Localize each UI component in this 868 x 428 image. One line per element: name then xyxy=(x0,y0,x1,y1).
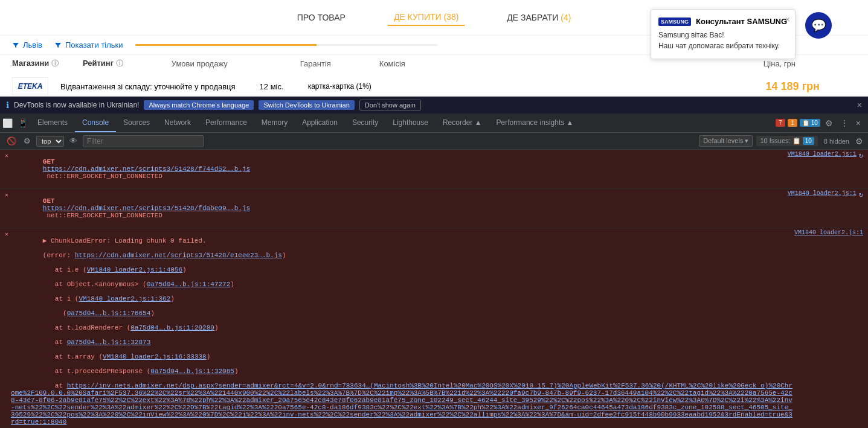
switch-to-ukrainian-button[interactable]: Switch DevTools to Ukrainian xyxy=(259,100,354,110)
tab-lighthouse[interactable]: Lighthouse xyxy=(385,113,436,132)
devtools-toolbar-right: 7 1 📋 10 ⚙ ⋮ × xyxy=(776,117,868,129)
stack-line-7: at t.array ( xyxy=(43,353,103,360)
delivery-info: Відвантаження зі складу: уточнюйте у про… xyxy=(60,82,236,91)
stack-link-4[interactable]: 0a75d04….b.js:1:76654 xyxy=(67,310,151,317)
website-area: ПРО ТОВАР ДЕ КУПИТИ (38) ДЕ ЗАБРАТИ (4) … xyxy=(0,0,868,97)
popup-close-button[interactable]: × xyxy=(785,14,790,24)
filter-icon2 xyxy=(54,42,62,49)
device-toolbar-button[interactable]: 📱 xyxy=(15,117,30,129)
tab-performance-insights[interactable]: Performance insights ▲ xyxy=(489,113,581,132)
entry-1-content: GET https://cdn.admixer.net/scripts3/514… xyxy=(11,151,788,187)
console-filter-input[interactable] xyxy=(83,135,204,147)
tab-recorder[interactable]: Recorder ▲ xyxy=(436,113,489,132)
stack-link-5[interactable]: 0a75d04….b.js:1:29289 xyxy=(130,324,214,331)
tab-sources[interactable]: Sources xyxy=(116,113,157,132)
stack-link-7[interactable]: VM1840 loader2.js:16:33338 xyxy=(103,353,207,360)
tab-application[interactable]: Application xyxy=(295,113,345,132)
entry-1-source[interactable]: VM1840 loader2.js:1 xyxy=(788,151,857,158)
stack-long-url-1[interactable]: https://inv-nets.admixer.net/dsp.aspx?se… xyxy=(11,382,792,426)
error-icon-2: ✕ xyxy=(5,191,8,199)
tab-elements[interactable]: Elements xyxy=(30,113,75,132)
col-rating: Рейтинг ⓘ xyxy=(83,59,123,69)
entry-3-source[interactable]: VM1840 loader2.js:1 xyxy=(794,229,863,236)
stack-line-3: at i ( xyxy=(43,295,79,302)
nav-tab-about[interactable]: ПРО ТОВАР xyxy=(291,10,352,25)
entry-2-source[interactable]: VM1840 loader2.js:1 xyxy=(788,190,857,197)
samsung-popup: × SAMSUNG Консультант SAMSUNG Samsung ві… xyxy=(651,9,796,59)
more-options-button[interactable]: ⋮ xyxy=(838,117,851,129)
filter-label: Показати тільки xyxy=(65,40,123,50)
progress-bar xyxy=(135,44,437,46)
get-method-1: GET xyxy=(43,158,55,165)
net-error-2: net::ERR_SOCKET_NOT_CONNECTED xyxy=(43,212,162,219)
stack-line-8: at t.proceedSPResponse ( xyxy=(43,368,150,375)
stack-line-6: at xyxy=(43,339,67,346)
chunk-error-close: ) xyxy=(282,252,286,259)
chat-bubble-button[interactable]: 💬 xyxy=(805,12,832,39)
net-error-1: net::ERR_SOCKET_NOT_CONNECTED xyxy=(43,173,162,180)
stack-link-2[interactable]: 0a75d04….b.js:1:47272 xyxy=(147,281,231,288)
col-stores: Магазини ⓘ xyxy=(12,59,59,69)
stack-link-3[interactable]: VM1840 loader2.js:1:362 xyxy=(79,295,170,302)
stack-link-1[interactable]: VM1840 loader2.js:1:4056 xyxy=(87,266,182,273)
rating-info-icon: ⓘ xyxy=(116,59,123,68)
nav-tab-pickup[interactable]: ДЕ ЗАБРАТИ (4) xyxy=(501,10,577,25)
always-match-language-button[interactable]: Always match Chrome's language xyxy=(144,100,254,110)
notification-close-button[interactable]: × xyxy=(857,100,862,110)
dont-show-again-button[interactable]: Don't show again xyxy=(359,100,421,110)
entry-1-refresh[interactable]: ↻ xyxy=(859,151,863,160)
nav-tab-pickup-label: ДЕ ЗАБРАТИ xyxy=(507,13,558,22)
errors-badge: 7 xyxy=(776,119,785,127)
price-value: 14 189 грн xyxy=(766,80,820,93)
get-url-2[interactable]: https://cdn.admixer.net/scripts3/51428/f… xyxy=(43,205,250,212)
stack-link-8[interactable]: 0a75d04….b.js:1:32085 xyxy=(150,368,234,375)
console-output[interactable]: ✕ GET https://cdn.admixer.net/scripts3/5… xyxy=(0,150,868,428)
samsung-popup-header: SAMSUNG Консультант SAMSUNG xyxy=(658,17,788,26)
payment-method: картка-картка (1%) xyxy=(308,82,371,91)
hidden-count: 8 hidden xyxy=(821,136,852,146)
get-method-2: GET xyxy=(43,197,55,205)
create-live-expression-button[interactable]: 👁 xyxy=(68,136,79,146)
console-entry-3: ✕ ▶ ChunkLoadError: Loading chunk 0 fail… xyxy=(0,228,868,428)
close-devtools-button[interactable]: × xyxy=(854,117,863,129)
issues-count: 10 xyxy=(803,137,814,145)
nav-tab-pickup-count: (4) xyxy=(561,13,571,22)
col-commission: Комісія xyxy=(379,59,405,68)
city-filter[interactable]: Львів xyxy=(12,40,42,50)
tab-console[interactable]: Console xyxy=(75,113,116,132)
notification-text: DevTools is now available in Ukrainian! xyxy=(14,101,139,109)
get-url-1[interactable]: https://cdn.admixer.net/scripts3/51428/f… xyxy=(43,165,250,173)
levels-dropdown[interactable]: Default levels ▾ xyxy=(699,135,753,147)
entry-2-refresh[interactable]: ↻ xyxy=(859,190,863,199)
stack-link-6[interactable]: 0a75d04….b.js:1:32873 xyxy=(67,339,151,346)
console-entry-2: ✕ GET https://cdn.admixer.net/scripts3/5… xyxy=(0,189,868,228)
stack-line-5: at t.loadRenderer ( xyxy=(43,324,130,331)
filter-only[interactable]: Показати тільки xyxy=(54,40,123,50)
issues-text: 10 Issues: 📋 xyxy=(760,137,800,145)
nav-tab-buy[interactable]: ДЕ КУПИТИ (38) xyxy=(388,9,465,26)
tab-memory[interactable]: Memory xyxy=(254,113,295,132)
context-selector[interactable]: top xyxy=(36,136,64,147)
devtools-panel: ℹ DevTools is now available in Ukrainian… xyxy=(0,97,868,428)
messages-badge: 📋 10 xyxy=(800,119,820,127)
stack-line-1: at i.e ( xyxy=(43,266,87,273)
tab-network[interactable]: Network xyxy=(157,113,198,132)
error-icon-1: ✕ xyxy=(5,152,8,159)
clear-console-button[interactable]: 🚫 xyxy=(5,136,18,146)
console-gear-button[interactable]: ⚙ xyxy=(855,136,863,146)
inspect-element-button[interactable]: ⬜ xyxy=(0,117,15,129)
tab-security[interactable]: Security xyxy=(345,113,385,132)
nav-tab-buy-count: (38) xyxy=(443,12,458,22)
chunk-error-paren: (error: xyxy=(43,252,75,259)
warranty-value: 12 міс. xyxy=(260,82,284,91)
col-conditions: Умови продажу xyxy=(172,59,228,68)
col-price: Ціна, грн xyxy=(764,59,796,68)
console-settings-button[interactable]: ⚙ xyxy=(22,136,33,146)
settings-button[interactable]: ⚙ xyxy=(823,117,835,129)
filter-icon xyxy=(12,42,19,49)
col-warranty: Гарантія xyxy=(300,59,331,68)
stack-line-2: at Object.<anonymous> ( xyxy=(43,281,147,288)
chunk-error-url[interactable]: https://cdn.admixer.net/scripts3/51428/e… xyxy=(75,252,282,259)
devtools-tab-bar: ⬜ 📱 Elements Console Sources Network Per… xyxy=(0,113,868,133)
tab-performance[interactable]: Performance xyxy=(198,113,254,132)
